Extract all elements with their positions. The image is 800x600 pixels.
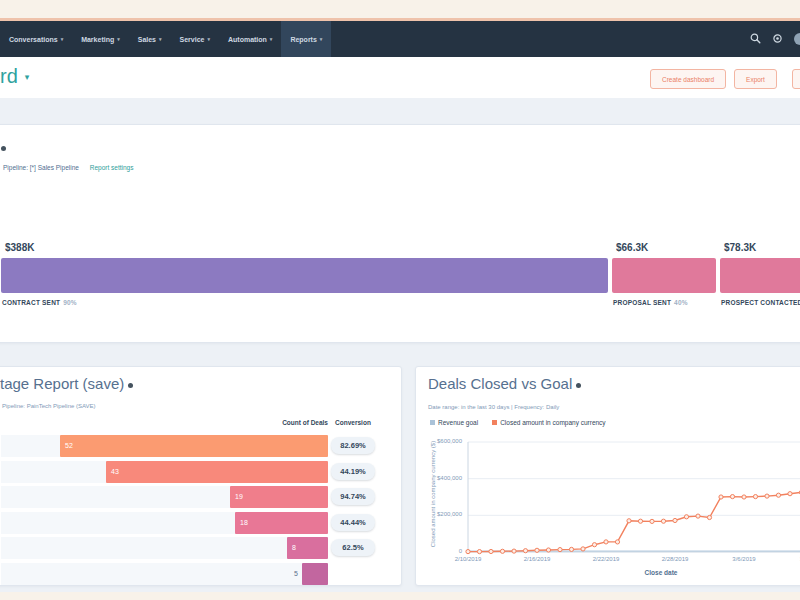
- conversion-badge: 44.44%: [331, 514, 375, 531]
- funnel-stage-bar[interactable]: [720, 258, 800, 293]
- y-axis-title: Closed amount in company currency ($): [430, 419, 436, 569]
- count-of-deals-header: Count of Deals: [228, 419, 328, 426]
- conversion-badge: 94.74%: [331, 488, 375, 505]
- x-tick-label: 2/28/2019: [645, 556, 705, 562]
- avatar[interactable]: [794, 33, 800, 45]
- create-dashboard-button[interactable]: Create dashboard: [650, 69, 726, 89]
- nav-item-marketing[interactable]: Marketing▾: [72, 21, 129, 57]
- info-icon: [128, 383, 133, 388]
- deals-card-inner: Deals Closed vs Goal Date range: in the …: [416, 367, 800, 585]
- top-navigation-bar: Conversations▾Marketing▾Sales▾Service▾Au…: [0, 21, 800, 57]
- deals-card-title: Deals Closed vs Goal: [428, 375, 581, 392]
- deals-line-chart[interactable]: [416, 427, 800, 567]
- y-tick-label: $600,000: [418, 438, 462, 444]
- deals-closed-vs-goal-card: Deals Closed vs Goal Date range: in the …: [415, 366, 800, 586]
- stage-bar-value: 5: [286, 570, 298, 577]
- nav-item-reports[interactable]: Reports▾: [281, 21, 331, 57]
- funnel-stage-bar[interactable]: [612, 258, 716, 293]
- header-partial-button[interactable]: [792, 69, 800, 89]
- funnel-stage-amount: $78.3K: [724, 242, 756, 253]
- stage-bar-value: 43: [111, 468, 119, 475]
- stage-report-title: Stage Report (save): [0, 375, 133, 392]
- nav-item-automation[interactable]: Automation▾: [219, 21, 281, 57]
- chevron-down-icon: ▾: [270, 36, 273, 42]
- y-tick-label: 0: [418, 548, 462, 554]
- page-header: rd ▾ Create dashboardExport: [0, 57, 800, 98]
- y-tick-label: $400,000: [418, 475, 462, 481]
- conversion-badge: 44.19%: [331, 463, 375, 480]
- chevron-down-icon: ▾: [159, 36, 162, 42]
- pipeline-filter-row: Pipeline: [*] Sales Pipeline Report sett…: [3, 164, 133, 171]
- legend-item-closed-amount: Closed amount in company currency: [492, 419, 606, 426]
- chevron-down-icon[interactable]: ▾: [25, 72, 30, 82]
- stage-row-track: [1, 537, 328, 559]
- deals-card-filters: Date range: in the last 30 days | Freque…: [428, 404, 559, 410]
- funnel-stage-amount: $66.3K: [616, 242, 648, 253]
- pipeline-label: Pipeline: [*] Sales Pipeline: [3, 164, 79, 171]
- conversion-badge: 62.5%: [331, 539, 375, 556]
- header-buttons: Create dashboardExport: [650, 69, 777, 89]
- stage-card-inner: Stage Report (save) Pipeline: PainTech P…: [1, 367, 401, 585]
- conversion-badge: 82.69%: [331, 437, 375, 454]
- dashboard-body: Pipeline: [*] Sales Pipeline Report sett…: [0, 98, 800, 592]
- conversion-header: Conversion: [331, 419, 375, 426]
- chevron-down-icon: ▾: [61, 36, 64, 42]
- funnel-stage-bar[interactable]: [1, 258, 608, 293]
- funnel-stage-amount: $388K: [5, 242, 34, 253]
- y-tick-label: $200,000: [418, 511, 462, 517]
- stage-report-subtitle: Pipeline: PainTech Pipeline (SAVE): [2, 403, 96, 409]
- stage-report-card: Stage Report (save) Pipeline: PainTech P…: [0, 366, 402, 586]
- chart-legend: Revenue goal Closed amount in company cu…: [430, 419, 606, 426]
- funnel-stages: $388KCONTRACT SENT90%$66.3KPROPOSAL SENT…: [1, 242, 800, 337]
- nav-item-label: Conversations: [9, 36, 58, 43]
- info-icon: [1, 146, 6, 151]
- dashboard-title[interactable]: rd ▾: [0, 65, 29, 88]
- x-tick-label: 3/12/2019: [783, 556, 800, 562]
- funnel-stage-label: PROSPECT CONTACTED2: [721, 299, 800, 306]
- nav-item-label: Service: [180, 36, 205, 43]
- top-nav-items: Conversations▾Marketing▾Sales▾Service▾Au…: [0, 21, 331, 57]
- stage-bar[interactable]: [302, 563, 328, 585]
- nav-item-service[interactable]: Service▾: [171, 21, 219, 57]
- funnel-stage-label: CONTRACT SENT90%: [2, 299, 77, 306]
- stage-bar-value: 8: [292, 544, 296, 551]
- top-nav-right: [750, 21, 800, 57]
- nav-item-conversations[interactable]: Conversations▾: [0, 21, 72, 57]
- nav-item-label: Sales: [138, 36, 156, 43]
- stage-row-track: [1, 563, 328, 585]
- stage-bar[interactable]: [60, 435, 328, 457]
- funnel-card-inner: Pipeline: [*] Sales Pipeline Report sett…: [1, 125, 800, 342]
- funnel-stage-label: PROPOSAL SENT40%: [613, 299, 688, 306]
- stage-bar-value: 52: [65, 442, 73, 449]
- settings-icon[interactable]: [772, 30, 783, 48]
- chevron-down-icon: ▾: [117, 36, 120, 42]
- legend-item-revenue-goal: Revenue goal: [430, 419, 478, 426]
- x-tick-label: 3/6/2019: [714, 556, 774, 562]
- hubspot-dashboard-window: Conversations▾Marketing▾Sales▾Service▾Au…: [0, 0, 800, 600]
- export-button[interactable]: Export: [734, 69, 777, 89]
- chevron-down-icon: ▾: [320, 36, 323, 42]
- search-icon[interactable]: [750, 30, 761, 48]
- nav-item-label: Marketing: [81, 36, 114, 43]
- chevron-down-icon: ▾: [207, 36, 210, 42]
- legend-swatch: [492, 420, 497, 425]
- dashboard-title-text: rd: [0, 65, 18, 88]
- nav-item-label: Reports: [290, 36, 316, 43]
- x-tick-label: 2/10/2019: [438, 556, 498, 562]
- stage-bar[interactable]: [106, 461, 328, 483]
- stage-bar-value: 18: [240, 519, 248, 526]
- window-frame-bottom: [0, 592, 800, 600]
- x-axis-title: Close date: [561, 569, 761, 576]
- stage-bar[interactable]: [230, 486, 328, 508]
- report-settings-link[interactable]: Report settings: [90, 164, 134, 171]
- nav-item-sales[interactable]: Sales▾: [129, 21, 171, 57]
- stage-bar-value: 19: [235, 493, 243, 500]
- funnel-report-card: Pipeline: [*] Sales Pipeline Report sett…: [0, 124, 800, 343]
- x-tick-label: 2/16/2019: [507, 556, 567, 562]
- nav-item-label: Automation: [228, 36, 267, 43]
- info-icon: [576, 383, 581, 388]
- x-tick-label: 2/22/2019: [576, 556, 636, 562]
- stage-bar[interactable]: [235, 512, 328, 534]
